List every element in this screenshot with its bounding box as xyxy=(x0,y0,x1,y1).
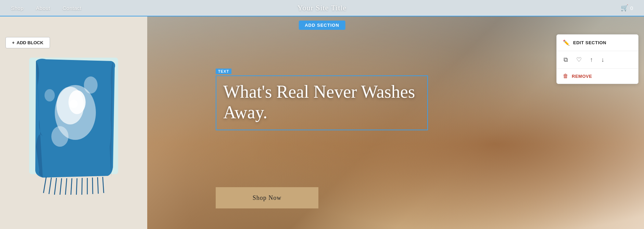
svg-line-8 xyxy=(43,177,46,193)
svg-line-10 xyxy=(54,178,56,195)
cart-area[interactable]: 🛒 0 xyxy=(621,4,633,12)
remove-label: REMOVE xyxy=(572,74,592,79)
nav-about[interactable]: About xyxy=(36,5,50,11)
svg-point-7 xyxy=(45,89,55,101)
headline-block: TEXT What's Real Never Washes Away. xyxy=(216,68,428,130)
main-nav: Shop About Contact xyxy=(11,5,81,11)
svg-point-4 xyxy=(70,100,78,108)
text-badge: TEXT xyxy=(216,69,231,74)
svg-line-13 xyxy=(71,178,72,195)
add-block-button[interactable]: + ADD BLOCK xyxy=(5,37,50,48)
remove-row[interactable]: 🗑 REMOVE xyxy=(557,69,638,84)
svg-point-5 xyxy=(51,126,68,147)
edit-section-panel: ✏️ EDIT SECTION ⧉ ♡ ↑ ↓ 🗑 REMOVE xyxy=(556,34,639,84)
edit-section-label: EDIT SECTION xyxy=(573,40,606,45)
product-panel xyxy=(0,16,147,229)
svg-line-18 xyxy=(98,177,98,194)
plus-icon: + xyxy=(12,40,15,45)
move-down-button[interactable]: ↓ xyxy=(601,56,605,64)
svg-line-17 xyxy=(92,178,93,194)
add-section-button[interactable]: ADD SECTION xyxy=(299,21,345,30)
headline-border[interactable]: What's Real Never Washes Away. xyxy=(216,75,428,130)
edit-icon: ✏️ xyxy=(563,39,570,46)
hero-headline: What's Real Never Washes Away. xyxy=(223,82,420,123)
svg-line-15 xyxy=(82,178,82,195)
duplicate-button[interactable]: ⧉ xyxy=(563,56,569,64)
site-header: Shop About Contact Your Site Title 🛒 0 xyxy=(0,0,644,16)
favorite-button[interactable]: ♡ xyxy=(576,55,582,64)
cart-icon: 🛒 xyxy=(621,4,628,12)
panel-icon-row: ⧉ ♡ ↑ ↓ xyxy=(557,51,638,69)
svg-point-6 xyxy=(84,76,98,94)
hero-section: TEXT What's Real Never Washes Away. Shop… xyxy=(0,16,644,229)
svg-line-11 xyxy=(60,178,62,195)
svg-line-19 xyxy=(103,177,104,193)
svg-line-12 xyxy=(65,178,67,195)
product-image xyxy=(19,51,128,195)
nav-shop[interactable]: Shop xyxy=(11,5,24,11)
edit-section-row[interactable]: ✏️ EDIT SECTION xyxy=(557,35,638,51)
move-up-button[interactable]: ↑ xyxy=(589,56,594,64)
svg-line-14 xyxy=(76,178,77,195)
nav-contact[interactable]: Contact xyxy=(63,5,81,11)
remove-icon: 🗑 xyxy=(563,73,568,79)
site-title: Your Site Title xyxy=(298,3,347,12)
shop-now-button[interactable]: Shop Now xyxy=(216,187,318,208)
cart-count: 0 xyxy=(630,5,633,11)
add-block-label: ADD BLOCK xyxy=(17,40,43,45)
svg-line-9 xyxy=(49,178,51,194)
